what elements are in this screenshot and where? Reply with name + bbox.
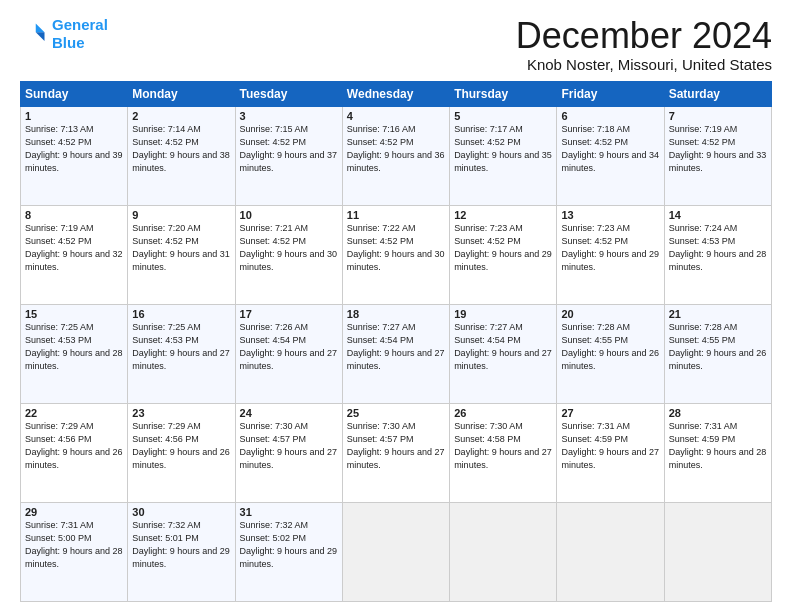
day-number: 28: [669, 407, 767, 419]
col-thursday: Thursday: [450, 81, 557, 106]
day-info: Sunrise: 7:31 AMSunset: 4:59 PMDaylight:…: [669, 420, 767, 472]
calendar-cell: 30Sunrise: 7:32 AMSunset: 5:01 PMDayligh…: [128, 502, 235, 601]
calendar-cell: 28Sunrise: 7:31 AMSunset: 4:59 PMDayligh…: [664, 403, 771, 502]
calendar-cell: [450, 502, 557, 601]
calendar-cell: 31Sunrise: 7:32 AMSunset: 5:02 PMDayligh…: [235, 502, 342, 601]
day-info: Sunrise: 7:31 AMSunset: 5:00 PMDaylight:…: [25, 519, 123, 571]
day-info: Sunrise: 7:19 AMSunset: 4:52 PMDaylight:…: [669, 123, 767, 175]
day-info: Sunrise: 7:27 AMSunset: 4:54 PMDaylight:…: [454, 321, 552, 373]
logo: General Blue: [20, 16, 108, 52]
day-number: 2: [132, 110, 230, 122]
day-number: 5: [454, 110, 552, 122]
logo-icon: [20, 20, 48, 48]
calendar-cell: 14Sunrise: 7:24 AMSunset: 4:53 PMDayligh…: [664, 205, 771, 304]
day-number: 27: [561, 407, 659, 419]
calendar-week-row: 8Sunrise: 7:19 AMSunset: 4:52 PMDaylight…: [21, 205, 772, 304]
page: General Blue December 2024 Knob Noster, …: [0, 0, 792, 612]
day-info: Sunrise: 7:22 AMSunset: 4:52 PMDaylight:…: [347, 222, 445, 274]
header-row: Sunday Monday Tuesday Wednesday Thursday…: [21, 81, 772, 106]
day-number: 30: [132, 506, 230, 518]
calendar-cell: [557, 502, 664, 601]
calendar-cell: 16Sunrise: 7:25 AMSunset: 4:53 PMDayligh…: [128, 304, 235, 403]
day-number: 14: [669, 209, 767, 221]
day-number: 16: [132, 308, 230, 320]
day-number: 20: [561, 308, 659, 320]
day-number: 25: [347, 407, 445, 419]
col-saturday: Saturday: [664, 81, 771, 106]
day-info: Sunrise: 7:29 AMSunset: 4:56 PMDaylight:…: [25, 420, 123, 472]
day-number: 18: [347, 308, 445, 320]
day-info: Sunrise: 7:30 AMSunset: 4:58 PMDaylight:…: [454, 420, 552, 472]
calendar-cell: 13Sunrise: 7:23 AMSunset: 4:52 PMDayligh…: [557, 205, 664, 304]
day-number: 15: [25, 308, 123, 320]
logo-text: General Blue: [52, 16, 108, 52]
day-info: Sunrise: 7:15 AMSunset: 4:52 PMDaylight:…: [240, 123, 338, 175]
day-number: 10: [240, 209, 338, 221]
day-info: Sunrise: 7:28 AMSunset: 4:55 PMDaylight:…: [669, 321, 767, 373]
calendar-cell: 27Sunrise: 7:31 AMSunset: 4:59 PMDayligh…: [557, 403, 664, 502]
calendar-cell: 20Sunrise: 7:28 AMSunset: 4:55 PMDayligh…: [557, 304, 664, 403]
day-info: Sunrise: 7:26 AMSunset: 4:54 PMDaylight:…: [240, 321, 338, 373]
calendar-cell: 17Sunrise: 7:26 AMSunset: 4:54 PMDayligh…: [235, 304, 342, 403]
day-info: Sunrise: 7:23 AMSunset: 4:52 PMDaylight:…: [561, 222, 659, 274]
day-number: 4: [347, 110, 445, 122]
day-number: 3: [240, 110, 338, 122]
calendar-cell: 26Sunrise: 7:30 AMSunset: 4:58 PMDayligh…: [450, 403, 557, 502]
day-number: 6: [561, 110, 659, 122]
day-info: Sunrise: 7:14 AMSunset: 4:52 PMDaylight:…: [132, 123, 230, 175]
day-number: 17: [240, 308, 338, 320]
day-number: 13: [561, 209, 659, 221]
calendar-cell: 18Sunrise: 7:27 AMSunset: 4:54 PMDayligh…: [342, 304, 449, 403]
calendar-week-row: 15Sunrise: 7:25 AMSunset: 4:53 PMDayligh…: [21, 304, 772, 403]
day-number: 11: [347, 209, 445, 221]
day-info: Sunrise: 7:30 AMSunset: 4:57 PMDaylight:…: [347, 420, 445, 472]
day-info: Sunrise: 7:16 AMSunset: 4:52 PMDaylight:…: [347, 123, 445, 175]
day-info: Sunrise: 7:21 AMSunset: 4:52 PMDaylight:…: [240, 222, 338, 274]
calendar-cell: 24Sunrise: 7:30 AMSunset: 4:57 PMDayligh…: [235, 403, 342, 502]
day-number: 21: [669, 308, 767, 320]
calendar-table: Sunday Monday Tuesday Wednesday Thursday…: [20, 81, 772, 602]
day-number: 9: [132, 209, 230, 221]
col-wednesday: Wednesday: [342, 81, 449, 106]
day-number: 24: [240, 407, 338, 419]
logo-line1: General: [52, 16, 108, 33]
calendar-cell: 6Sunrise: 7:18 AMSunset: 4:52 PMDaylight…: [557, 106, 664, 205]
col-monday: Monday: [128, 81, 235, 106]
day-info: Sunrise: 7:30 AMSunset: 4:57 PMDaylight:…: [240, 420, 338, 472]
day-info: Sunrise: 7:18 AMSunset: 4:52 PMDaylight:…: [561, 123, 659, 175]
day-number: 31: [240, 506, 338, 518]
day-info: Sunrise: 7:28 AMSunset: 4:55 PMDaylight:…: [561, 321, 659, 373]
calendar-cell: 23Sunrise: 7:29 AMSunset: 4:56 PMDayligh…: [128, 403, 235, 502]
col-friday: Friday: [557, 81, 664, 106]
day-number: 22: [25, 407, 123, 419]
calendar-cell: 21Sunrise: 7:28 AMSunset: 4:55 PMDayligh…: [664, 304, 771, 403]
header: General Blue December 2024 Knob Noster, …: [20, 16, 772, 73]
calendar-cell: 10Sunrise: 7:21 AMSunset: 4:52 PMDayligh…: [235, 205, 342, 304]
day-info: Sunrise: 7:13 AMSunset: 4:52 PMDaylight:…: [25, 123, 123, 175]
calendar-cell: 29Sunrise: 7:31 AMSunset: 5:00 PMDayligh…: [21, 502, 128, 601]
calendar-cell: 22Sunrise: 7:29 AMSunset: 4:56 PMDayligh…: [21, 403, 128, 502]
day-info: Sunrise: 7:31 AMSunset: 4:59 PMDaylight:…: [561, 420, 659, 472]
day-info: Sunrise: 7:19 AMSunset: 4:52 PMDaylight:…: [25, 222, 123, 274]
calendar-cell: 5Sunrise: 7:17 AMSunset: 4:52 PMDaylight…: [450, 106, 557, 205]
calendar-week-row: 22Sunrise: 7:29 AMSunset: 4:56 PMDayligh…: [21, 403, 772, 502]
calendar-cell: 7Sunrise: 7:19 AMSunset: 4:52 PMDaylight…: [664, 106, 771, 205]
day-info: Sunrise: 7:23 AMSunset: 4:52 PMDaylight:…: [454, 222, 552, 274]
calendar-cell: 3Sunrise: 7:15 AMSunset: 4:52 PMDaylight…: [235, 106, 342, 205]
day-info: Sunrise: 7:25 AMSunset: 4:53 PMDaylight:…: [132, 321, 230, 373]
calendar-cell: 15Sunrise: 7:25 AMSunset: 4:53 PMDayligh…: [21, 304, 128, 403]
day-info: Sunrise: 7:25 AMSunset: 4:53 PMDaylight:…: [25, 321, 123, 373]
calendar-cell: 11Sunrise: 7:22 AMSunset: 4:52 PMDayligh…: [342, 205, 449, 304]
calendar-week-row: 1Sunrise: 7:13 AMSunset: 4:52 PMDaylight…: [21, 106, 772, 205]
calendar-cell: 8Sunrise: 7:19 AMSunset: 4:52 PMDaylight…: [21, 205, 128, 304]
calendar-cell: 9Sunrise: 7:20 AMSunset: 4:52 PMDaylight…: [128, 205, 235, 304]
day-number: 29: [25, 506, 123, 518]
day-info: Sunrise: 7:27 AMSunset: 4:54 PMDaylight:…: [347, 321, 445, 373]
day-number: 19: [454, 308, 552, 320]
calendar-cell: 19Sunrise: 7:27 AMSunset: 4:54 PMDayligh…: [450, 304, 557, 403]
calendar-cell: [342, 502, 449, 601]
calendar-cell: 12Sunrise: 7:23 AMSunset: 4:52 PMDayligh…: [450, 205, 557, 304]
day-number: 1: [25, 110, 123, 122]
day-number: 26: [454, 407, 552, 419]
day-number: 23: [132, 407, 230, 419]
